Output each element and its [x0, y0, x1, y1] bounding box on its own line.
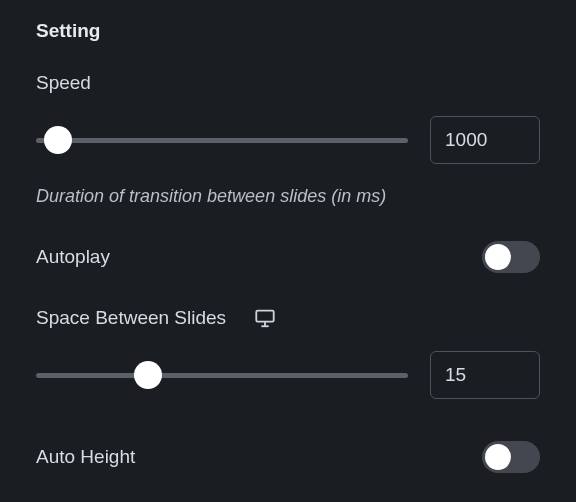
auto-height-toggle[interactable]	[482, 441, 540, 473]
space-slider[interactable]	[36, 361, 408, 389]
speed-slider[interactable]	[36, 126, 408, 154]
autoplay-toggle-knob	[485, 244, 511, 270]
space-slider-track	[36, 373, 408, 378]
auto-height-field: Auto Height	[36, 441, 540, 473]
speed-label: Speed	[36, 72, 540, 94]
auto-height-label: Auto Height	[36, 446, 135, 468]
space-input[interactable]: 15	[430, 351, 540, 399]
space-field: Space Between Slides 15	[36, 307, 540, 399]
section-title: Setting	[36, 20, 540, 42]
autoplay-field: Autoplay	[36, 241, 540, 273]
space-slider-thumb[interactable]	[134, 361, 162, 389]
speed-input[interactable]: 1000	[430, 116, 540, 164]
svg-rect-0	[256, 311, 273, 322]
speed-help-text: Duration of transition between slides (i…	[36, 186, 540, 207]
speed-slider-thumb[interactable]	[44, 126, 72, 154]
space-label: Space Between Slides	[36, 307, 226, 329]
speed-slider-track	[36, 138, 408, 143]
auto-height-toggle-knob	[485, 444, 511, 470]
speed-field: Speed 1000 Duration of transition betwee…	[36, 72, 540, 207]
desktop-icon[interactable]	[254, 307, 276, 329]
autoplay-toggle[interactable]	[482, 241, 540, 273]
autoplay-label: Autoplay	[36, 246, 110, 268]
